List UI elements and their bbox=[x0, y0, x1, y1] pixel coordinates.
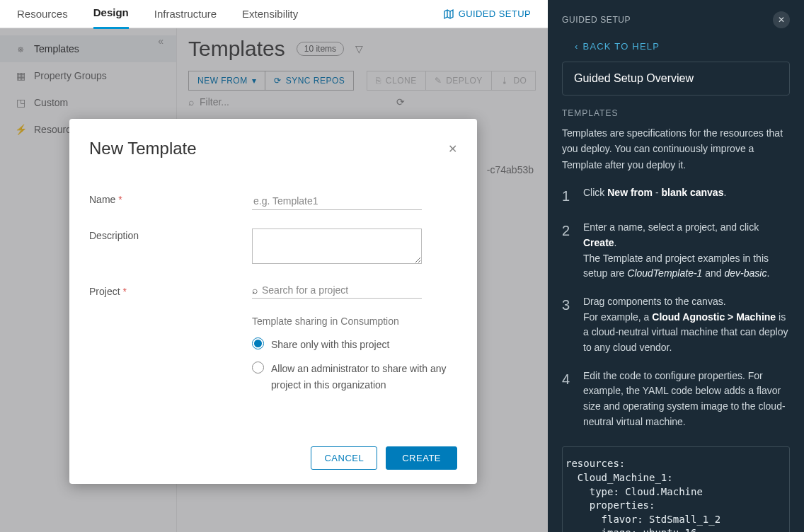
share-option-org[interactable]: Allow an administrator to share with any… bbox=[252, 361, 457, 393]
close-icon[interactable]: ✕ bbox=[773, 11, 790, 28]
share-option-project[interactable]: Share only with this project bbox=[252, 337, 457, 352]
modal-title: New Template bbox=[89, 139, 197, 158]
name-input[interactable] bbox=[252, 192, 422, 210]
tab-extensibility[interactable]: Extensibility bbox=[242, 0, 298, 28]
templates-section-label: TEMPLATES bbox=[562, 108, 790, 118]
yaml-code-example: resources: Cloud_Machine_1: type: Cloud.… bbox=[562, 446, 790, 532]
name-label: Name bbox=[89, 194, 115, 205]
tab-infrastructure[interactable]: Infrastructure bbox=[154, 0, 217, 28]
guided-overview-button[interactable]: Guided Setup Overview bbox=[562, 62, 790, 96]
step-4: 4 Edit the code to configure properties.… bbox=[562, 369, 790, 430]
step-2: 2 Enter a name, select a project, and cl… bbox=[562, 220, 790, 282]
guided-setup-panel: GUIDED SETUP ✕ ‹ BACK TO HELP Guided Set… bbox=[548, 0, 804, 532]
step-3: 3 Drag components to the canvas.For exam… bbox=[562, 294, 790, 356]
description-input[interactable] bbox=[252, 229, 422, 264]
templates-description: Templates are specifications for the res… bbox=[562, 125, 790, 173]
description-label: Description bbox=[89, 230, 139, 241]
tab-design[interactable]: Design bbox=[93, 0, 129, 29]
map-icon bbox=[443, 8, 454, 20]
tab-resources[interactable]: Resources bbox=[17, 0, 68, 28]
back-to-help-link[interactable]: ‹ BACK TO HELP bbox=[575, 41, 790, 52]
create-button[interactable]: CREATE bbox=[386, 446, 457, 470]
radio-selected-icon bbox=[252, 337, 264, 349]
project-label: Project bbox=[89, 286, 120, 297]
project-input[interactable] bbox=[262, 284, 422, 296]
sharing-hint: Template sharing in Consumption bbox=[252, 316, 457, 327]
top-tabs: Resources Design Infrastructure Extensib… bbox=[0, 0, 548, 28]
guided-setup-link[interactable]: GUIDED SETUP bbox=[443, 8, 531, 20]
search-icon: ⌕ bbox=[252, 284, 258, 296]
cancel-button[interactable]: CANCEL bbox=[311, 446, 377, 470]
chevron-left-icon: ‹ bbox=[575, 41, 579, 52]
guided-header-label: GUIDED SETUP bbox=[562, 15, 631, 25]
step-1: 1 Click New from - blank canvas. bbox=[562, 185, 790, 207]
new-template-modal: New Template ✕ Name* Description Project… bbox=[69, 119, 477, 484]
radio-unselected-icon bbox=[252, 362, 264, 374]
close-icon[interactable]: ✕ bbox=[448, 142, 457, 156]
